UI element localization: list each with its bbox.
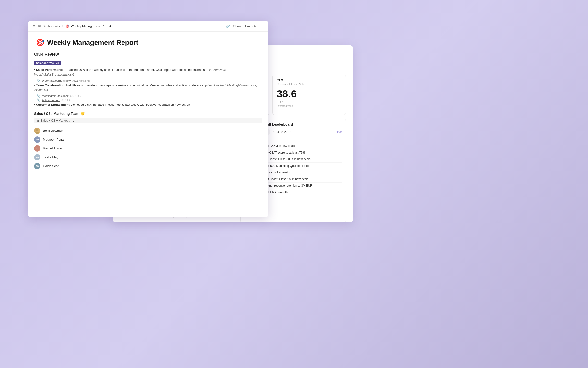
- more-options-button[interactable]: ···: [260, 24, 264, 29]
- svg-point-31: [36, 129, 38, 131]
- topnav-right: 🔗 Share Favorite ···: [226, 24, 264, 29]
- bullet-cx: • Customer Engagement: Achieved a 5% inc…: [34, 103, 262, 107]
- clv-title: CLV: [277, 78, 342, 82]
- member-rachel: RT Rachel Turner: [34, 144, 262, 153]
- svg-point-32: [35, 132, 39, 134]
- hamburger-icon[interactable]: ≡: [33, 24, 35, 28]
- filter-grid-icon: ⊞: [37, 119, 39, 122]
- clv-note: Expected value: [277, 105, 342, 107]
- avatar-caleb: CS: [34, 163, 40, 169]
- avatar-taylor: TM: [34, 154, 40, 160]
- file-name[interactable]: MeetingMinutes.docx: [42, 94, 69, 97]
- clv-unit: EUR: [277, 100, 342, 104]
- file-size: 686.1 kB: [79, 79, 90, 82]
- breadcrumb-sep: /: [62, 24, 63, 28]
- clip-icon: 📎: [37, 79, 40, 82]
- share-icon: 🔗: [226, 25, 230, 28]
- team-section: Sales / CS / Marketing Team 💛 ⊞ Sales + …: [34, 112, 262, 171]
- file-attachment: 📎 ActionPlan.pdf 686.1 kB: [37, 98, 262, 102]
- clip-icon: 📎: [37, 94, 40, 98]
- lb-filter-link[interactable]: Filter: [335, 131, 342, 133]
- member-name: Caleb Scott: [43, 164, 59, 168]
- member-maureen: MP Maureen Pena: [34, 135, 262, 144]
- page-title-emoji: 🎯: [36, 39, 45, 47]
- nav-prev-icon[interactable]: ‹: [272, 130, 275, 134]
- member-taylor: TM Taylor May: [34, 153, 262, 162]
- avatar-rachel: RT: [34, 145, 40, 152]
- clv-value: 38.6: [277, 88, 342, 100]
- file-name[interactable]: WeeklySalesBreakdown.xlsx: [42, 79, 78, 82]
- nav-grid-icon: ⊞: [38, 24, 41, 28]
- left-panel: OKR Review Calendar Week 34 • Sales Perf…: [28, 52, 268, 171]
- file-name[interactable]: ActionPlan.pdf: [42, 99, 60, 102]
- breadcrumb-dashboards[interactable]: Dashboards: [42, 24, 60, 28]
- cw-badge: Calendar Week 34: [34, 61, 61, 65]
- team-filter-dropdown[interactable]: ⊞ Sales + CS + Market... ∨: [34, 118, 262, 123]
- clv-card: CLV Customer Lifetime Value 38.6 EUR Exp…: [272, 75, 346, 115]
- member-caleb: CS Caleb Scott: [34, 162, 262, 171]
- page-content: 🎯 Weekly Management Report: [28, 32, 268, 47]
- team-section-title: Sales / CS / Marketing Team 💛: [34, 112, 262, 116]
- member-name: Rachel Turner: [43, 146, 63, 150]
- weekly-report-window: ≡ ⊞ Dashboards / 🎯 Weekly Management Rep…: [28, 21, 268, 217]
- nav-next-icon[interactable]: ›: [289, 130, 293, 134]
- file-size: 686.1 kB: [70, 94, 81, 97]
- breadcrumb-current: Weekly Management Report: [71, 24, 111, 28]
- avatar-bella: [34, 128, 40, 134]
- breadcrumb-emoji: 🎯: [65, 24, 69, 28]
- file-size: 686.1 kB: [61, 99, 72, 102]
- share-button[interactable]: Share: [233, 24, 242, 28]
- file-attachment: 📎 WeeklySalesBreakdown.xlsx 686.1 kB: [37, 79, 262, 82]
- topnav: ≡ ⊞ Dashboards / 🎯 Weekly Management Rep…: [28, 21, 268, 32]
- favorite-button[interactable]: Favorite: [245, 24, 257, 28]
- member-name: Bella Bowman: [43, 129, 63, 132]
- clv-subtitle: Customer Lifetime Value: [277, 83, 342, 86]
- bullet-sales: • Sales Performance: Reached 90% of the …: [34, 68, 262, 77]
- lb-period: Q1 2023: [277, 131, 287, 133]
- avatar-maureen: MP: [34, 136, 40, 143]
- filter-chevron-icon: ∨: [73, 119, 75, 122]
- page-title: 🎯 Weekly Management Report: [36, 39, 260, 47]
- member-name: Maureen Pena: [43, 138, 64, 141]
- bullet-team: • Team Collaboration: Held three success…: [34, 83, 262, 92]
- okr-section-title: OKR Review: [34, 52, 262, 57]
- member-name: Taylor May: [43, 155, 58, 159]
- member-bella: Bella Bowman: [34, 126, 262, 135]
- file-attachment: 📎 MeetingMinutes.docx 686.1 kB: [37, 94, 262, 98]
- clip-icon: 📎: [37, 98, 40, 102]
